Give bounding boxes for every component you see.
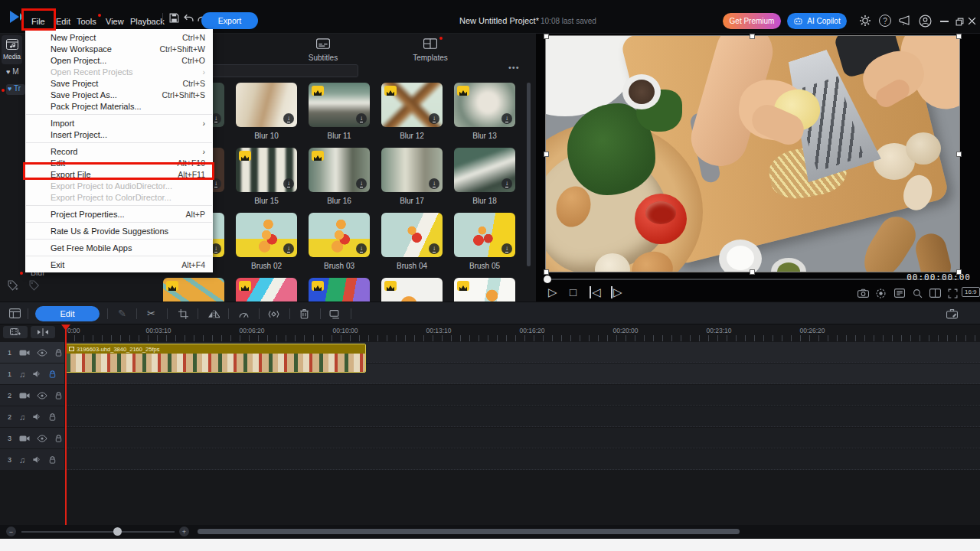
room-tab-media[interactable]: Media — [2, 35, 22, 64]
effect-thumbnail-brush-02[interactable]: ↓ — [236, 213, 297, 257]
download-icon[interactable]: ↓ — [501, 178, 512, 189]
effect-thumbnail-blur-16[interactable]: ↓ — [309, 148, 370, 192]
get-premium-button[interactable]: Get Premium — [723, 13, 781, 29]
selection-handle[interactable] — [544, 152, 549, 157]
track-manager-icon[interactable] — [9, 308, 21, 318]
track-header-audio-2[interactable]: 2 ♫ — [0, 406, 64, 427]
zoom-magnifier-icon[interactable] — [913, 289, 923, 298]
play-button[interactable]: ▷ — [548, 286, 557, 298]
menu-item-new-project[interactable]: New ProjectCtrl+N — [25, 31, 213, 43]
menu-item-get-mobile-apps[interactable]: Get Free Mobile Apps — [25, 242, 213, 253]
download-icon[interactable]: ↓ — [356, 178, 367, 189]
effect-thumbnail-blur-17[interactable]: ↓ — [381, 148, 443, 192]
crop-icon[interactable] — [178, 309, 188, 319]
lock-icon[interactable] — [54, 434, 63, 443]
selection-handle[interactable] — [750, 34, 755, 39]
produce-range-icon[interactable] — [329, 309, 340, 319]
menu-item-rate-us[interactable]: Rate Us & Provide Suggestions — [25, 225, 213, 236]
ai-copilot-button[interactable]: AI Copilot — [787, 13, 847, 29]
undo-icon[interactable] — [184, 14, 194, 22]
download-icon[interactable]: ↓ — [283, 113, 294, 124]
dual-preview-icon[interactable] — [929, 289, 941, 298]
selection-handle[interactable] — [956, 152, 962, 157]
menu-item-insert-project[interactable]: Insert Project... — [25, 129, 213, 140]
add-tag-icon[interactable] — [8, 280, 18, 291]
effect-thumbnail[interactable] — [454, 278, 515, 302]
tree-item-selected[interactable]: ♥ Tr — [6, 84, 25, 95]
zoom-in-button[interactable]: + — [179, 527, 189, 536]
zoom-slider-track[interactable] — [21, 531, 175, 533]
settings-gear-icon[interactable] — [859, 15, 871, 27]
seek-track[interactable] — [550, 279, 959, 280]
media-details-icon[interactable] — [894, 289, 905, 298]
track-header-video-3[interactable]: 3 — [0, 428, 64, 448]
track-header-audio-1[interactable]: 1 ♫ — [0, 364, 64, 384]
menu-item-pack-project[interactable]: Pack Project Materials... — [25, 100, 213, 112]
announcement-megaphone-icon[interactable] — [899, 15, 911, 26]
playhead[interactable] — [65, 324, 67, 525]
restore-window-button[interactable] — [956, 18, 964, 26]
menu-playback[interactable]: Playback — [130, 17, 165, 26]
keyframe-icon[interactable] — [268, 310, 279, 318]
timeline-scrollbar[interactable] — [198, 529, 740, 534]
lock-icon[interactable] — [48, 455, 57, 465]
export-button[interactable]: Export — [201, 12, 258, 29]
zoom-out-button[interactable]: − — [6, 527, 16, 536]
track-lane-video-2[interactable] — [65, 385, 980, 406]
download-icon[interactable]: ↓ — [429, 113, 439, 124]
track-lane-video-3[interactable] — [65, 428, 980, 448]
remove-tag-icon[interactable] — [29, 280, 40, 291]
selection-handle[interactable] — [750, 269, 755, 275]
menu-item-record[interactable]: Record› — [25, 145, 213, 157]
download-icon[interactable]: ↓ — [283, 178, 294, 189]
selection-handle[interactable] — [956, 269, 962, 275]
track-lane-audio-3[interactable] — [65, 449, 980, 470]
menu-item-edit[interactable]: EditAlt+F10 — [25, 157, 213, 168]
menu-item-exit[interactable]: ExitAlt+F4 — [25, 259, 213, 270]
close-window-button[interactable] — [968, 17, 976, 25]
lock-icon[interactable] — [54, 348, 63, 357]
speed-icon[interactable] — [239, 310, 249, 318]
track-lane-audio-2[interactable] — [65, 406, 980, 427]
menu-item-export-file[interactable]: Export FileAlt+F11 — [25, 168, 213, 180]
preview-video[interactable] — [546, 36, 959, 272]
menu-item-import[interactable]: Import› — [25, 117, 213, 129]
lock-icon[interactable] — [48, 370, 57, 379]
timeline-clip[interactable]: 3196603-uhd_3840_2160_25fps — [66, 344, 366, 373]
tree-item-favorites[interactable]: ♥ M — [6, 67, 18, 76]
menu-file[interactable]: File — [31, 17, 45, 26]
effect-thumbnail-brush-03[interactable]: ↓ — [309, 213, 370, 257]
lock-icon[interactable] — [48, 412, 57, 422]
customize-toolbar-icon[interactable] — [946, 308, 958, 319]
aspect-ratio-badge[interactable]: 16:9 — [962, 287, 980, 297]
download-icon[interactable]: ↓ — [356, 113, 367, 124]
download-icon[interactable]: ↓ — [501, 243, 512, 254]
effect-thumbnail-brush-05[interactable]: ↓ — [454, 213, 515, 257]
download-icon[interactable]: ↓ — [429, 178, 439, 189]
effect-thumbnail-blur-11[interactable]: ↓ — [309, 83, 370, 127]
menu-item-open-project[interactable]: Open Project...Ctrl+O — [25, 54, 213, 66]
effect-thumbnail[interactable] — [309, 278, 370, 302]
previous-frame-button[interactable]: ◁ — [590, 286, 601, 298]
snapshot-camera-icon[interactable] — [858, 289, 869, 298]
speaker-icon[interactable] — [32, 370, 41, 378]
render-preview-icon[interactable] — [876, 289, 886, 298]
split-scissors-icon[interactable]: ✂ — [147, 308, 155, 319]
speaker-icon[interactable] — [32, 412, 41, 421]
save-icon[interactable] — [169, 13, 179, 23]
visibility-eye-icon[interactable] — [37, 349, 47, 357]
menu-item-save-project-as[interactable]: Save Project As...Ctrl+Shift+S — [25, 89, 213, 100]
delete-trash-icon[interactable] — [299, 308, 309, 319]
download-icon[interactable]: ↓ — [501, 113, 512, 124]
effect-thumbnail-brush-04[interactable]: ↓ — [381, 213, 443, 257]
lock-icon[interactable] — [54, 391, 63, 400]
selection-handle[interactable] — [956, 34, 962, 39]
next-frame-button[interactable]: ▷ — [611, 286, 622, 298]
selection-handle[interactable] — [544, 269, 549, 275]
more-options-icon[interactable]: ••• — [508, 63, 520, 72]
edit-mode-button[interactable]: Edit — [35, 306, 100, 321]
add-track-button[interactable] — [3, 326, 28, 338]
fullscreen-icon[interactable] — [948, 289, 958, 298]
menu-item-project-properties[interactable]: Project Properties...Alt+P — [25, 208, 213, 220]
track-header-video-1[interactable]: 1 — [0, 342, 64, 363]
